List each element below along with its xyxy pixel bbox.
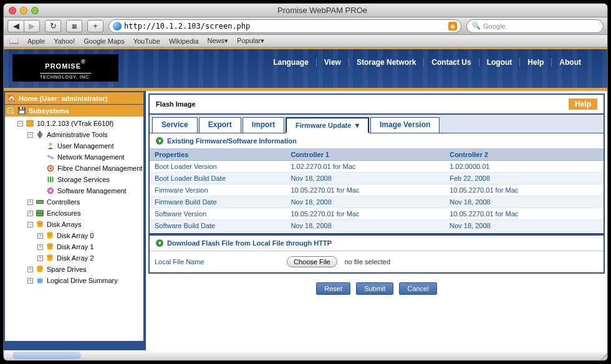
minimize-icon[interactable] <box>20 7 27 14</box>
resize-handle-icon[interactable] <box>599 352 607 360</box>
nav-about[interactable]: About <box>552 58 589 67</box>
local-file-label: Local File Name <box>155 258 279 266</box>
ld-icon <box>35 276 45 285</box>
cell-property: Firmware Build Date <box>150 196 286 208</box>
window-titlebar: Promise WebPAM PROe <box>4 4 607 17</box>
tree-row[interactable]: −Administrative Tools <box>5 129 143 140</box>
tree-row[interactable]: +Disk Array 2 <box>5 252 143 264</box>
tab-service[interactable]: Service <box>152 117 198 133</box>
tree-row[interactable]: −10.1.2.103 (VTrak E610f) <box>5 118 143 129</box>
svg-rect-0 <box>27 121 34 123</box>
bookmark-item[interactable]: Wikipedia <box>169 37 199 45</box>
window-title: Promise WebPAM PROe <box>42 6 602 15</box>
tab-firmware-update[interactable]: Firmware Update ▾ <box>286 117 369 133</box>
nav-logout[interactable]: Logout <box>479 58 521 67</box>
enc-icon <box>35 209 45 218</box>
svg-rect-5 <box>47 155 50 158</box>
bookmark-item[interactable]: News▾ <box>208 37 229 45</box>
tab-export[interactable]: Export <box>199 117 241 133</box>
expand-icon[interactable]: + <box>27 199 33 205</box>
search-field[interactable]: 🔍 Google <box>466 19 604 33</box>
nav-view[interactable]: View <box>317 58 349 67</box>
panel-header: Flash Image Help <box>150 95 604 115</box>
sidebar-home[interactable]: 🏠 Home (User: administrator) <box>5 92 143 104</box>
zoom-icon[interactable] <box>31 7 39 14</box>
cancel-button[interactable]: Cancel <box>399 282 436 295</box>
user-icon <box>46 141 55 150</box>
back-button[interactable]: ◀ <box>7 20 24 32</box>
scroll-thumb[interactable] <box>12 352 81 359</box>
forward-button[interactable]: ▶ <box>24 20 40 32</box>
tree-label: Disk Array 0 <box>57 232 94 239</box>
tree-row[interactable]: Network Management <box>5 151 143 163</box>
tree-row[interactable]: Storage Services <box>5 174 143 185</box>
expand-icon[interactable]: + <box>27 267 33 272</box>
tree-row[interactable]: +Disk Array 1 <box>5 241 143 252</box>
tree-row[interactable]: Fibre Channel Management <box>5 163 143 174</box>
nav-storage-network[interactable]: Storage Network <box>349 58 424 67</box>
tab-import[interactable]: Import <box>243 117 284 133</box>
tree-label: Software Management <box>57 187 127 194</box>
cell-controller1: 10.05.2270.01 for Mac <box>286 208 445 220</box>
cell-controller2: 10.05.2270.01 for Mac <box>445 208 604 220</box>
disk-icon <box>45 254 55 262</box>
bookmark-item[interactable]: Google Maps <box>84 37 124 45</box>
tree-label: Administrative Tools <box>47 131 108 138</box>
rss-icon[interactable]: ◉ <box>448 22 457 31</box>
cell-property: Boot Loader Build Date <box>150 173 286 184</box>
cell-controller2: Feb 22, 2008 <box>445 173 604 184</box>
disk-icon <box>35 220 45 229</box>
tree-row[interactable]: +Logical Drive Summary <box>5 275 143 286</box>
tree-row[interactable]: +Controllers <box>5 196 143 208</box>
tree-row[interactable]: +Enclosures <box>5 208 143 219</box>
panel-title: Flash Image <box>156 100 196 108</box>
tree-row[interactable]: Software Management <box>5 185 143 196</box>
section-download-flash[interactable]: ▾ Download Flash File from Local File th… <box>150 233 604 251</box>
expand-icon[interactable]: + <box>27 278 33 284</box>
tree-label: Disk Array 2 <box>57 254 94 262</box>
submit-button[interactable]: Submit <box>356 282 393 295</box>
nav-language[interactable]: Language <box>266 58 317 67</box>
expand-icon[interactable]: + <box>37 256 43 261</box>
table-row: Boot Loader Build DateNov 18, 2008Feb 22… <box>150 173 604 184</box>
tab-image-version[interactable]: Image Version <box>370 117 440 133</box>
tabs-button[interactable]: ▦ <box>66 20 82 32</box>
bookmark-item[interactable]: YouTube <box>133 37 160 45</box>
expand-icon[interactable]: + <box>27 211 33 216</box>
nav-contact[interactable]: Contact Us <box>424 58 479 67</box>
tree-row[interactable]: +Disk Array 0 <box>5 230 143 241</box>
section-existing-firmware[interactable]: ▾ Existing Firmware/Software Information <box>150 133 604 149</box>
firmware-table: Properties Controller 1 Controller 2 Boo… <box>150 149 604 232</box>
bookmark-item[interactable]: Apple <box>27 37 45 45</box>
close-icon[interactable] <box>9 7 16 14</box>
choose-file-button[interactable]: Choose File <box>287 256 337 267</box>
expand-icon[interactable]: − <box>17 121 23 127</box>
add-button[interactable]: + <box>87 20 103 32</box>
cell-property: Software Build Date <box>150 220 286 232</box>
app-header: PROMISE® TECHNOLOGY, INC. Language View … <box>4 47 607 91</box>
address-bar[interactable]: http://10.1.2.103/screen.php ◉ <box>108 19 461 33</box>
tree-row[interactable]: User Management <box>5 140 143 151</box>
disk-icon <box>35 265 45 274</box>
svg-point-4 <box>49 143 52 146</box>
reset-button[interactable]: Reset <box>316 282 350 295</box>
expand-icon[interactable]: + <box>37 233 43 239</box>
svg-point-14 <box>49 189 52 192</box>
net-icon <box>46 153 55 161</box>
expand-icon[interactable]: + <box>37 244 43 250</box>
horizontal-scrollbar[interactable] <box>4 350 607 360</box>
tree-row[interactable]: −Disk Arrays <box>5 219 143 230</box>
bookmark-item[interactable]: Popular▾ <box>237 37 264 45</box>
tree-row[interactable]: +Spare Drives <box>5 264 143 275</box>
reload-button[interactable]: ↻ <box>45 20 61 32</box>
bookmarks-icon[interactable]: 📖 <box>9 36 19 46</box>
browser-toolbar: ◀ ▶ ↻ ▦ + http://10.1.2.103/screen.php ◉… <box>4 17 607 35</box>
expand-icon[interactable]: − <box>27 132 33 138</box>
nav-help[interactable]: Help <box>520 58 552 67</box>
help-button[interactable]: Help <box>569 98 597 110</box>
tree-label: Disk Arrays <box>47 221 82 228</box>
bookmark-item[interactable]: Yahoo! <box>54 37 75 45</box>
cell-controller2: Nov 18, 2008 <box>445 220 604 232</box>
sidebar-subsystems[interactable]: − 💾 Subsystems <box>5 105 143 117</box>
expand-icon[interactable]: − <box>27 222 33 228</box>
